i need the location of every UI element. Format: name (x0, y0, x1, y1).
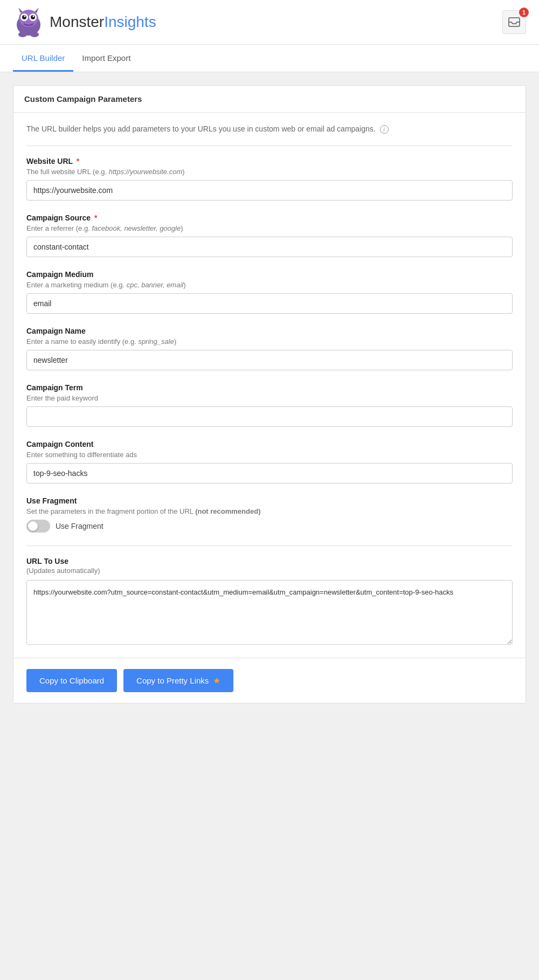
svg-marker-2 (18, 8, 23, 13)
url-output-textarea[interactable]: https://yourwebsite.com?utm_source=const… (26, 580, 513, 645)
copy-clipboard-button[interactable]: Copy to Clipboard (26, 669, 117, 692)
campaign-term-input[interactable] (26, 406, 513, 427)
campaign-content-label: Campaign Content (26, 440, 513, 448)
toggle-label: Use Fragment (56, 522, 103, 530)
website-url-input[interactable] (26, 180, 513, 201)
toggle-track (26, 520, 50, 533)
divider-top (26, 146, 513, 146)
tab-url-builder[interactable]: URL Builder (13, 45, 73, 72)
card-title: Custom Campaign Parameters (24, 94, 142, 103)
card-header: Custom Campaign Parameters (13, 86, 526, 113)
website-url-hint: The full website URL (e.g. https://yourw… (26, 168, 513, 176)
required-star: * (77, 157, 79, 165)
monster-logo-icon (13, 6, 44, 38)
website-url-label: Website URL * (26, 157, 513, 165)
url-output-label: URL To Use (26, 557, 513, 565)
info-icon: i (380, 125, 389, 134)
toggle-thumb (28, 521, 38, 531)
divider-bottom (26, 546, 513, 546)
nav-tabs: URL Builder Import Export (0, 45, 539, 72)
svg-marker-3 (34, 8, 39, 13)
campaign-term-group: Campaign Term Enter the paid keyword (26, 383, 513, 427)
use-fragment-group: Use Fragment Set the parameters in the f… (26, 496, 513, 533)
campaign-content-hint: Enter something to differentiate ads (26, 451, 513, 459)
required-star-source: * (94, 213, 97, 222)
toggle-row: Use Fragment (26, 520, 513, 533)
campaign-source-label: Campaign Source * (26, 213, 513, 222)
inbox-button[interactable]: 1 (502, 10, 526, 34)
card-body: The URL builder helps you add parameters… (13, 113, 526, 658)
campaign-name-hint: Enter a name to easily identify (e.g. sp… (26, 337, 513, 346)
campaign-term-hint: Enter the paid keyword (26, 394, 513, 402)
campaign-name-input[interactable] (26, 350, 513, 370)
website-url-group: Website URL * The full website URL (e.g.… (26, 157, 513, 201)
use-fragment-label: Use Fragment (26, 496, 513, 505)
campaign-name-label: Campaign Name (26, 327, 513, 335)
campaign-name-group: Campaign Name Enter a name to easily ide… (26, 327, 513, 370)
campaign-source-input[interactable] (26, 237, 513, 257)
notification-badge: 1 (519, 8, 529, 17)
campaign-source-hint: Enter a referrer (e.g. facebook, newslet… (26, 224, 513, 232)
campaign-medium-input[interactable] (26, 293, 513, 314)
footer-buttons: Copy to Clipboard Copy to Pretty Links ★ (13, 658, 526, 703)
campaign-medium-label: Campaign Medium (26, 270, 513, 279)
campaign-card: Custom Campaign Parameters The URL build… (13, 85, 526, 703)
campaign-content-input[interactable] (26, 463, 513, 484)
inbox-icon (508, 17, 520, 27)
logo-text: MonsterInsights (50, 13, 156, 31)
campaign-content-group: Campaign Content Enter something to diff… (26, 440, 513, 484)
tab-import-export[interactable]: Import Export (73, 45, 139, 72)
campaign-term-label: Campaign Term (26, 383, 513, 392)
use-fragment-hint: Set the parameters in the fragment porti… (26, 507, 513, 515)
campaign-medium-hint: Enter a marketing medium (e.g. cpc, bann… (26, 281, 513, 289)
campaign-medium-group: Campaign Medium Enter a marketing medium… (26, 270, 513, 314)
url-output-hint: (Updates automatically) (26, 567, 513, 575)
header-right: 1 (502, 10, 526, 34)
campaign-source-group: Campaign Source * Enter a referrer (e.g.… (26, 213, 513, 257)
use-fragment-toggle[interactable] (26, 520, 50, 533)
main-content: Custom Campaign Parameters The URL build… (0, 72, 539, 716)
copy-pretty-links-button[interactable]: Copy to Pretty Links ★ (123, 669, 233, 692)
star-icon: ★ (213, 675, 220, 686)
svg-point-8 (24, 16, 26, 17)
header: MonsterInsights 1 (0, 0, 539, 45)
svg-point-9 (33, 16, 34, 17)
intro-text: The URL builder helps you add parameters… (26, 123, 513, 135)
svg-point-11 (30, 32, 39, 37)
svg-point-10 (18, 32, 27, 37)
logo-area: MonsterInsights (13, 6, 156, 38)
url-output-section: URL To Use (Updates automatically) https… (26, 557, 513, 647)
